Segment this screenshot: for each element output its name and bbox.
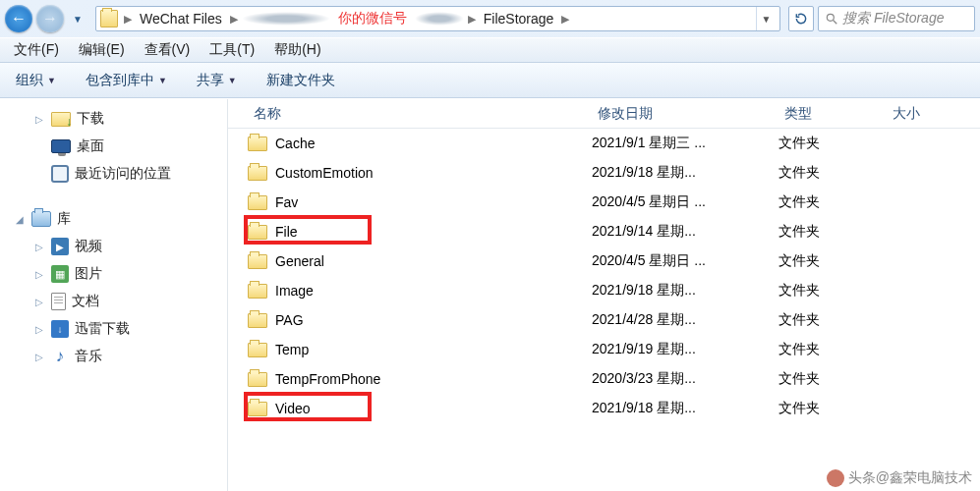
table-row[interactable]: File2021/9/14 星期...文件夹 [228, 217, 980, 246]
file-type: 文件夹 [778, 282, 887, 300]
chevron-down-icon: ▼ [158, 76, 167, 85]
share-button[interactable]: 共享▼ [191, 69, 243, 92]
sidebar-item-desktop[interactable]: 桌面 [6, 133, 227, 160]
sidebar-item-pictures[interactable]: ▷▦图片 [6, 260, 227, 288]
folder-icon [248, 402, 267, 416]
sidebar-item-documents[interactable]: ▷文档 [6, 288, 227, 315]
expand-icon[interactable]: ▷ [33, 114, 45, 125]
expand-icon[interactable]: ▷ [33, 297, 45, 307]
breadcrumb-item[interactable]: WeChat Files [134, 7, 228, 30]
address-dropdown[interactable]: ▼ [756, 7, 776, 30]
table-row[interactable]: CustomEmotion2021/9/18 星期...文件夹 [228, 158, 980, 188]
column-type[interactable]: 类型 [778, 105, 887, 123]
file-name: Temp [275, 342, 309, 357]
table-row[interactable]: General2020/4/5 星期日 ...文件夹 [228, 246, 980, 276]
search-input[interactable]: 搜索 FileStorage [818, 6, 975, 31]
file-name: Fav [275, 194, 298, 210]
chevron-down-icon: ▼ [47, 76, 56, 85]
file-name: PAG [275, 312, 304, 328]
menu-view[interactable]: 查看(V) [137, 39, 199, 61]
file-date: 2021/9/18 星期... [592, 282, 778, 300]
folder-icon [248, 136, 267, 151]
breadcrumb-separator: ▶ [559, 13, 571, 26]
file-name: Video [275, 401, 311, 416]
picture-icon: ▦ [51, 265, 69, 283]
file-name: File [275, 224, 298, 240]
file-date: 2021/9/18 星期... [592, 164, 778, 182]
table-row[interactable]: Video2021/9/18 星期...文件夹 [228, 394, 980, 423]
chevron-down-icon: ▼ [228, 76, 237, 85]
sidebar-item-downloads[interactable]: ▷下载 [6, 105, 227, 133]
menu-file[interactable]: 文件(F) [6, 39, 67, 61]
breadcrumb-item[interactable]: FileStorage [478, 7, 560, 30]
file-name: Cache [275, 136, 315, 151]
table-row[interactable]: Image2021/9/18 星期...文件夹 [228, 276, 980, 305]
sidebar-item-music[interactable]: ▷♪音乐 [6, 343, 227, 370]
desktop-icon [51, 139, 71, 153]
column-date[interactable]: 修改日期 [592, 105, 778, 123]
downloads-icon [51, 112, 71, 127]
file-list-pane: 名称 修改日期 类型 大小 Cache2021/9/1 星期三 ...文件夹Cu… [228, 99, 980, 491]
column-name[interactable]: 名称 [248, 105, 592, 123]
folder-icon [100, 10, 118, 27]
watermark: 头条@鑫荣电脑技术 [827, 469, 972, 487]
file-type: 文件夹 [778, 252, 887, 270]
file-date: 2021/4/28 星期... [592, 311, 778, 329]
expand-icon[interactable]: ▷ [33, 269, 45, 280]
folder-icon [248, 343, 267, 357]
xunlei-icon: ↓ [51, 320, 69, 338]
video-icon: ▶ [51, 238, 69, 255]
file-name: TempFromPhone [275, 371, 380, 387]
sidebar-item-recent[interactable]: 最近访问的位置 [6, 160, 227, 188]
organize-button[interactable]: 组织▼ [10, 69, 62, 92]
expand-icon[interactable]: ▷ [33, 242, 45, 252]
address-bar[interactable]: ▶ WeChat Files ▶ 你的微信号 ▶ FileStorage ▶ ▼ [95, 6, 780, 31]
folder-icon [248, 195, 267, 210]
menu-edit[interactable]: 编辑(E) [71, 39, 133, 61]
table-row[interactable]: Cache2021/9/1 星期三 ...文件夹 [228, 129, 980, 158]
file-name: CustomEmotion [275, 165, 374, 181]
menu-tools[interactable]: 工具(T) [202, 39, 262, 61]
menu-bar: 文件(F) 编辑(E) 查看(V) 工具(T) 帮助(H) [0, 37, 980, 63]
recent-icon [51, 165, 69, 183]
new-folder-button[interactable]: 新建文件夹 [260, 69, 341, 92]
folder-icon [248, 225, 267, 240]
file-type: 文件夹 [778, 193, 887, 211]
file-name: Image [275, 283, 314, 299]
breadcrumb-separator: ▶ [228, 13, 240, 26]
svg-point-0 [827, 14, 834, 21]
folder-icon [248, 313, 267, 328]
collapse-icon[interactable]: ◢ [14, 214, 26, 225]
folder-icon [248, 254, 267, 269]
file-type: 文件夹 [778, 400, 887, 417]
refresh-button[interactable] [788, 6, 814, 31]
file-date: 2021/9/18 星期... [592, 400, 778, 417]
table-row[interactable]: PAG2021/4/28 星期...文件夹 [228, 305, 980, 335]
sidebar-item-xunlei[interactable]: ▷↓迅雷下载 [6, 315, 227, 343]
toolbar: 组织▼ 包含到库中▼ 共享▼ 新建文件夹 [0, 63, 980, 98]
search-placeholder: 搜索 FileStorage [842, 10, 944, 27]
sidebar-item-libraries[interactable]: ◢库 [6, 205, 227, 233]
expand-icon[interactable]: ▷ [33, 324, 45, 335]
file-date: 2020/4/5 星期日 ... [592, 193, 778, 211]
svg-line-1 [834, 21, 837, 25]
recent-locations-dropdown[interactable]: ▼ [68, 9, 87, 28]
navigation-bar: ← → ▼ ▶ WeChat Files ▶ 你的微信号 ▶ FileStora… [0, 0, 980, 37]
forward-button[interactable]: → [36, 5, 64, 32]
back-button[interactable]: ← [5, 5, 32, 32]
file-date: 2020/3/23 星期... [592, 370, 778, 388]
table-row[interactable]: Fav2020/4/5 星期日 ...文件夹 [228, 188, 980, 217]
file-date: 2021/9/14 星期... [592, 223, 778, 241]
include-library-button[interactable]: 包含到库中▼ [80, 69, 173, 92]
file-date: 2021/9/1 星期三 ... [592, 135, 778, 152]
table-row[interactable]: Temp2021/9/19 星期...文件夹 [228, 335, 980, 364]
menu-help[interactable]: 帮助(H) [266, 39, 328, 61]
file-name: General [275, 253, 324, 269]
table-row[interactable]: TempFromPhone2020/3/23 星期...文件夹 [228, 364, 980, 394]
file-type: 文件夹 [778, 164, 887, 182]
expand-icon[interactable]: ▷ [33, 352, 45, 362]
column-size[interactable]: 大小 [887, 105, 980, 123]
breadcrumb-annotation: 你的微信号 [332, 7, 413, 30]
library-icon [31, 211, 51, 227]
sidebar-item-videos[interactable]: ▷▶视频 [6, 233, 227, 260]
